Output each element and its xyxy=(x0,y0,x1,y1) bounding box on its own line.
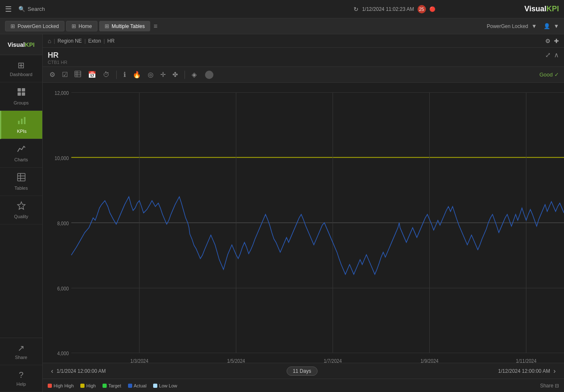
tab-multiple-tables[interactable]: ⊞ Multiple Tables xyxy=(99,21,150,31)
svg-rect-0 xyxy=(18,88,21,92)
svg-rect-3 xyxy=(22,92,25,96)
sidebar-item-label-tables: Tables xyxy=(15,186,28,191)
breadcrumb-hr[interactable]: HR xyxy=(108,38,115,44)
tab-home[interactable]: ⊞ Home xyxy=(66,21,97,31)
kpi-subtitle: CTB1 HR xyxy=(48,60,67,65)
sidebar-item-quality[interactable]: Quality xyxy=(0,196,42,224)
svg-text:1/11/2024: 1/11/2024 xyxy=(516,358,536,363)
start-date: 1/1/2024 12:00:00 AM xyxy=(56,368,105,374)
toolbar-sep-2 xyxy=(185,71,185,79)
legend-low-low: Low Low xyxy=(153,383,177,388)
svg-rect-5 xyxy=(21,119,23,124)
kpi-title: HR xyxy=(48,51,67,60)
legend-dot-low-low xyxy=(153,384,157,388)
svg-text:10,000: 10,000 xyxy=(55,155,69,161)
kpi-expand-icon[interactable]: ⤢ xyxy=(545,51,551,59)
breadcrumb-settings-icon[interactable]: ⚙ xyxy=(545,38,551,44)
app-logo: VisualKPI xyxy=(524,5,559,13)
svg-text:1/9/2024: 1/9/2024 xyxy=(420,358,438,363)
toolbar-clock-btn[interactable]: ⏱ xyxy=(101,69,111,80)
main-layout: VisualKPI ⊞ Dashboard Groups xyxy=(0,34,564,392)
sidebar-item-help[interactable]: ? Help xyxy=(0,365,42,392)
svg-text:4,000: 4,000 xyxy=(57,351,69,357)
prev-period-btn[interactable]: ‹ xyxy=(48,366,56,377)
chart-nav: ‹ 1/1/2024 12:00:00 AM 11 Days 1/12/2024… xyxy=(43,363,564,379)
workspace-label: PowerGen Locked xyxy=(487,23,528,29)
toolbar-calendar-btn[interactable]: 📅 xyxy=(86,69,98,80)
sidebar-item-tables[interactable]: Tables xyxy=(0,168,42,196)
tab-label-home: Home xyxy=(79,23,92,29)
sidebar: VisualKPI ⊞ Dashboard Groups xyxy=(0,34,43,392)
search-bar[interactable]: 🔍 Search xyxy=(18,6,45,12)
sidebar-item-label-dashboard: Dashboard xyxy=(10,72,33,77)
svg-text:1/3/2024: 1/3/2024 xyxy=(131,358,149,363)
breadcrumb-expand-icon[interactable]: ✚ xyxy=(554,38,559,44)
help-icon: ? xyxy=(19,370,23,380)
legend-dot-actual xyxy=(128,384,132,388)
toolbar-node-btn[interactable]: ◈ xyxy=(190,69,198,80)
breadcrumb-exton[interactable]: Exton xyxy=(88,38,101,44)
legend-high: High xyxy=(80,383,96,388)
toolbar-sep-1 xyxy=(116,71,117,79)
kpi-collapse-icon[interactable]: ∧ xyxy=(554,51,559,59)
kpis-icon xyxy=(17,116,26,127)
toolbar-target-btn[interactable]: ◎ xyxy=(146,69,155,80)
user-dropdown-icon[interactable]: ▼ xyxy=(554,23,559,29)
svg-text:8,000: 8,000 xyxy=(57,220,69,227)
menu-icon[interactable]: ☰ xyxy=(5,5,12,14)
notification-bell-icon: 🔴 xyxy=(429,6,436,12)
dashboard-icon: ⊞ xyxy=(18,60,25,70)
add-tab-icon[interactable]: ≡ xyxy=(152,23,159,30)
svg-rect-2 xyxy=(18,92,21,96)
sidebar-item-label-charts: Charts xyxy=(14,157,28,162)
toolbar-table-btn[interactable] xyxy=(73,69,83,81)
legend: High High High Target Actual Low Low Sha… xyxy=(43,379,564,392)
toolbar-move-btn[interactable]: ✤ xyxy=(171,69,179,80)
quality-icon xyxy=(17,201,26,212)
refresh-icon[interactable]: ↻ xyxy=(354,6,359,13)
user-icon[interactable]: 👤 xyxy=(543,23,550,29)
legend-high-high: High High xyxy=(48,383,74,388)
tab-powergen-locked[interactable]: ⊞ PowerGen Locked xyxy=(5,21,64,31)
legend-target: Target xyxy=(103,383,121,388)
period-selector[interactable]: 11 Days xyxy=(287,367,318,376)
search-label: Search xyxy=(28,6,45,12)
share-link[interactable]: Share ⊟ xyxy=(540,383,559,389)
chart-container: 12,000 10,000 8,000 6,000 4,000 1/3/2024… xyxy=(43,83,564,363)
sidebar-item-label-groups: Groups xyxy=(13,100,28,105)
tab-icon-powergen: ⊞ xyxy=(10,23,15,29)
sidebar-item-label-kpis: KPIs xyxy=(17,129,26,134)
toolbar-checkbox-btn[interactable]: ☑ xyxy=(60,69,69,80)
kpi-header: HR CTB1 HR ⤢ ∧ xyxy=(43,48,564,67)
breadcrumb: ⌂ | Region NE | Exton | HR ⚙ ✚ xyxy=(43,34,564,48)
notification-badge[interactable]: 25 xyxy=(418,5,426,13)
toolbar-fire-btn[interactable]: 🔥 xyxy=(131,69,143,80)
toolbar-info-btn[interactable]: ℹ xyxy=(122,69,128,80)
home-icon[interactable]: ⌂ xyxy=(48,38,51,44)
next-period-btn[interactable]: › xyxy=(550,366,559,377)
svg-text:1/7/2024: 1/7/2024 xyxy=(324,358,342,363)
legend-dot-target xyxy=(103,384,107,388)
topbar: ☰ 🔍 Search ↻ 1/12/2024 11:02:23 AM 25 🔴 … xyxy=(0,0,564,18)
svg-rect-4 xyxy=(18,121,20,124)
toolbar-crosshair-btn[interactable]: ✛ xyxy=(159,69,167,80)
legend-dot-high xyxy=(80,384,85,388)
tables-icon xyxy=(17,173,26,184)
sidebar-item-charts[interactable]: Charts xyxy=(0,139,42,168)
datetime-display: 1/12/2024 11:02:23 AM xyxy=(362,6,414,12)
breadcrumb-region[interactable]: Region NE xyxy=(58,38,82,44)
sidebar-item-kpis[interactable]: KPIs xyxy=(0,111,42,139)
sidebar-item-label-help: Help xyxy=(16,382,26,387)
sidebar-item-dashboard[interactable]: ⊞ Dashboard xyxy=(0,55,42,82)
sidebar-item-label-quality: Quality xyxy=(14,214,28,219)
search-icon: 🔍 xyxy=(18,6,25,12)
legend-actual: Actual xyxy=(128,383,147,388)
sidebar-item-label-share: Share xyxy=(15,355,27,360)
toolbar-settings-btn[interactable]: ⚙ xyxy=(48,69,57,80)
svg-rect-6 xyxy=(24,117,26,124)
workspace-dropdown-icon[interactable]: ▼ xyxy=(531,23,537,29)
tabs-bar: ⊞ PowerGen Locked ⊞ Home ⊞ Multiple Tabl… xyxy=(0,18,564,34)
sidebar-item-groups[interactable]: Groups xyxy=(0,82,42,111)
status-label: Good ✓ xyxy=(539,71,559,78)
sidebar-item-share[interactable]: ↗ Share xyxy=(0,338,42,365)
